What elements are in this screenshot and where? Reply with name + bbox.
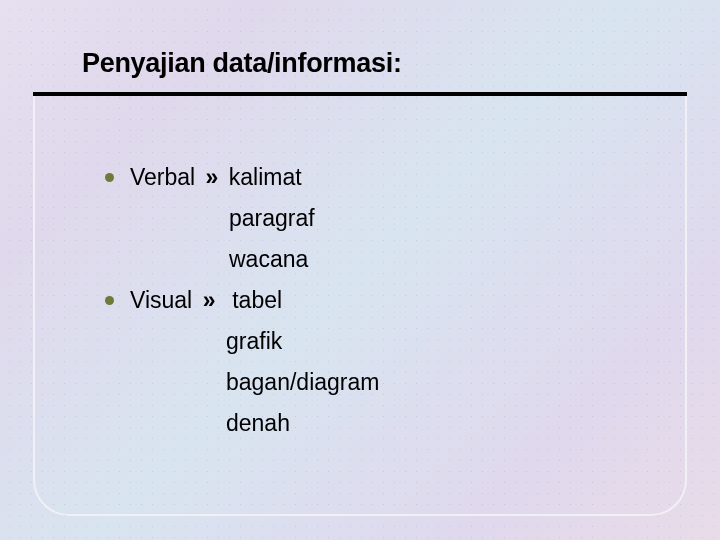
sub-item: wacana <box>105 239 379 280</box>
list-item: Verbal » kalimat <box>105 157 379 198</box>
slide-title: Penyajian data/informasi: <box>82 48 402 79</box>
item-label: Verbal <box>130 157 195 198</box>
slide: Penyajian data/informasi: Verbal » kalim… <box>0 0 720 540</box>
slide-body: Verbal » kalimat paragraf wacana Visual … <box>105 157 379 444</box>
title-underline <box>33 92 687 96</box>
item-label: Visual <box>130 280 192 321</box>
sub-item: tabel <box>232 280 282 321</box>
bullet-icon <box>105 173 114 182</box>
sub-item: grafik <box>105 321 379 362</box>
sub-item: bagan/diagram <box>105 362 379 403</box>
sub-item: kalimat <box>229 157 302 198</box>
sub-item: paragraf <box>105 198 379 239</box>
arrow-icon: » <box>203 280 216 321</box>
sub-item: denah <box>105 403 379 444</box>
arrow-icon: » <box>206 157 219 198</box>
bullet-icon <box>105 296 114 305</box>
list-item: Visual » tabel <box>105 280 379 321</box>
